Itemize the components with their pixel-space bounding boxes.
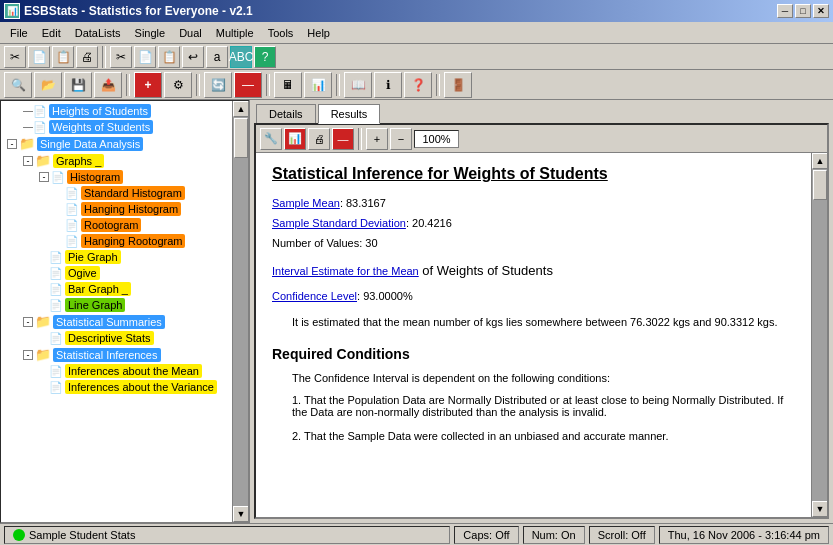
new-button[interactable]: ✂ xyxy=(4,46,26,68)
expand-icon[interactable]: - xyxy=(23,350,33,360)
inner-btn-chart[interactable]: 📊 xyxy=(284,128,306,150)
maximize-button[interactable]: □ xyxy=(795,4,811,18)
tree-label[interactable]: Weights of Students xyxy=(49,120,153,134)
tree-label[interactable]: Line Graph xyxy=(65,298,125,312)
spell-button[interactable]: ABC xyxy=(230,46,252,68)
list-item[interactable]: 📄 Pie Graph xyxy=(3,249,230,265)
list-item[interactable]: 📄 Heights of Students xyxy=(3,103,230,119)
scroll-track[interactable] xyxy=(233,117,248,506)
cut-button[interactable]: ✂ xyxy=(110,46,132,68)
paste-button[interactable]: 📋 xyxy=(158,46,180,68)
tb2-book-button[interactable]: 📖 xyxy=(344,72,372,98)
tree-scrollbar[interactable]: ▲ ▼ xyxy=(232,101,248,522)
scroll-thumb[interactable] xyxy=(234,118,248,158)
tree-label[interactable]: Graphs _ xyxy=(53,154,104,168)
list-item[interactable]: 📄 Weights of Students xyxy=(3,119,230,135)
open-button[interactable]: 📄 xyxy=(28,46,50,68)
print-button[interactable]: 🖨 xyxy=(76,46,98,68)
list-item[interactable]: 📄 Inferences about the Mean xyxy=(3,363,230,379)
menu-tools[interactable]: Tools xyxy=(262,25,300,41)
results-scroll-thumb[interactable] xyxy=(813,170,827,200)
menu-multiple[interactable]: Multiple xyxy=(210,25,260,41)
help-icon-button[interactable]: ? xyxy=(254,46,276,68)
inner-btn-print[interactable]: 🖨 xyxy=(308,128,330,150)
tb2-btn3[interactable]: 💾 xyxy=(64,72,92,98)
tb2-btn1[interactable]: 🔍 xyxy=(4,72,32,98)
expand-icon[interactable]: - xyxy=(23,317,33,327)
list-item[interactable]: 📄 Bar Graph _ xyxy=(3,281,230,297)
menu-single[interactable]: Single xyxy=(129,25,172,41)
list-item[interactable]: - 📄 Histogram xyxy=(3,169,230,185)
tree-label-inferences-variance[interactable]: Inferences about the Variance xyxy=(65,380,217,394)
tree-label-descriptive-stats[interactable]: Descriptive Stats xyxy=(65,331,154,345)
tree-label[interactable]: Ogive xyxy=(65,266,100,280)
tb2-btn2[interactable]: 📂 xyxy=(34,72,62,98)
results-scrollbar[interactable]: ▲ ▼ xyxy=(811,153,827,517)
inner-btn-zoom-in[interactable]: + xyxy=(366,128,388,150)
expand-icon[interactable]: - xyxy=(23,156,33,166)
list-item[interactable]: - 📁 Statistical Summaries xyxy=(3,313,230,330)
tb2-stats-button[interactable]: 📊 xyxy=(304,72,332,98)
minimize-button[interactable]: ─ xyxy=(777,4,793,18)
expand-icon[interactable]: - xyxy=(7,139,17,149)
inner-btn-wrench[interactable]: 🔧 xyxy=(260,128,282,150)
redo-button[interactable]: a xyxy=(206,46,228,68)
title-bar-buttons[interactable]: ─ □ ✕ xyxy=(777,4,829,18)
tb2-help-button[interactable]: ❓ xyxy=(404,72,432,98)
menu-file[interactable]: File xyxy=(4,25,34,41)
interval-estimate-link[interactable]: Interval Estimate for the Mean xyxy=(272,265,419,277)
tb2-btn4[interactable]: 📤 xyxy=(94,72,122,98)
list-item[interactable]: 📄 Inferences about the Variance xyxy=(3,379,230,395)
tree-label[interactable]: Single Data Analysis xyxy=(37,137,143,151)
list-item[interactable]: 📄 Line Graph xyxy=(3,297,230,313)
list-item[interactable]: - 📁 Graphs _ xyxy=(3,152,230,169)
tab-results[interactable]: Results xyxy=(318,104,381,124)
list-item[interactable]: - 📁 Statistical Inferences xyxy=(3,346,230,363)
list-item[interactable]: - 📁 Single Data Analysis xyxy=(3,135,230,152)
tb2-info-button[interactable]: ℹ xyxy=(374,72,402,98)
scroll-down-button[interactable]: ▼ xyxy=(233,506,249,522)
tree-label[interactable]: Histogram xyxy=(67,170,123,184)
results-scroll-down[interactable]: ▼ xyxy=(812,501,827,517)
tab-details[interactable]: Details xyxy=(256,104,316,123)
tree-label[interactable]: Pie Graph xyxy=(65,250,121,264)
tree-label[interactable]: Heights of Students xyxy=(49,104,151,118)
tree-label-inferences-mean[interactable]: Inferences about the Mean xyxy=(65,364,202,378)
tree-label[interactable]: Hanging Histogram xyxy=(81,202,181,216)
menu-help[interactable]: Help xyxy=(301,25,336,41)
copy-button[interactable]: 📄 xyxy=(134,46,156,68)
list-item[interactable]: 📄 Hanging Rootogram xyxy=(3,233,230,249)
list-item[interactable]: 📄 Descriptive Stats xyxy=(3,330,230,346)
tree-label-statistical-summaries[interactable]: Statistical Summaries xyxy=(53,315,165,329)
results-scroll-up[interactable]: ▲ xyxy=(812,153,827,169)
menu-edit[interactable]: Edit xyxy=(36,25,67,41)
menu-datalists[interactable]: DataLists xyxy=(69,25,127,41)
tb2-add-button[interactable]: + xyxy=(134,72,162,98)
list-item[interactable]: 📄 Rootogram xyxy=(3,217,230,233)
inner-btn-zoom-out[interactable]: − xyxy=(390,128,412,150)
close-button[interactable]: ✕ xyxy=(813,4,829,18)
tree-label[interactable]: Bar Graph _ xyxy=(65,282,131,296)
tree-label-statistical-inferences[interactable]: Statistical Inferences xyxy=(53,348,161,362)
sample-sd-link[interactable]: Sample Standard Deviation xyxy=(272,217,406,229)
list-item[interactable]: 📄 Hanging Histogram xyxy=(3,201,230,217)
tree-label[interactable]: Standard Histogram xyxy=(81,186,185,200)
menu-dual[interactable]: Dual xyxy=(173,25,208,41)
inner-btn-minus[interactable]: — xyxy=(332,128,354,150)
tb2-settings-button[interactable]: ⚙ xyxy=(164,72,192,98)
expand-icon[interactable]: - xyxy=(39,172,49,182)
tree-label[interactable]: Rootogram xyxy=(81,218,141,232)
tb2-calc-button[interactable]: 🖩 xyxy=(274,72,302,98)
save-button[interactable]: 📋 xyxy=(52,46,74,68)
tb2-btn6[interactable]: — xyxy=(234,72,262,98)
results-scroll-track[interactable] xyxy=(812,169,827,501)
undo-button[interactable]: ↩ xyxy=(182,46,204,68)
list-item[interactable]: 📄 Ogive xyxy=(3,265,230,281)
confidence-level-link[interactable]: Confidence Level xyxy=(272,290,357,302)
list-item[interactable]: 📄 Standard Histogram xyxy=(3,185,230,201)
tb2-btn5[interactable]: 🔄 xyxy=(204,72,232,98)
tb2-exit-button[interactable]: 🚪 xyxy=(444,72,472,98)
sample-mean-link[interactable]: Sample Mean xyxy=(272,197,340,209)
tree-label[interactable]: Hanging Rootogram xyxy=(81,234,185,248)
scroll-up-button[interactable]: ▲ xyxy=(233,101,249,117)
